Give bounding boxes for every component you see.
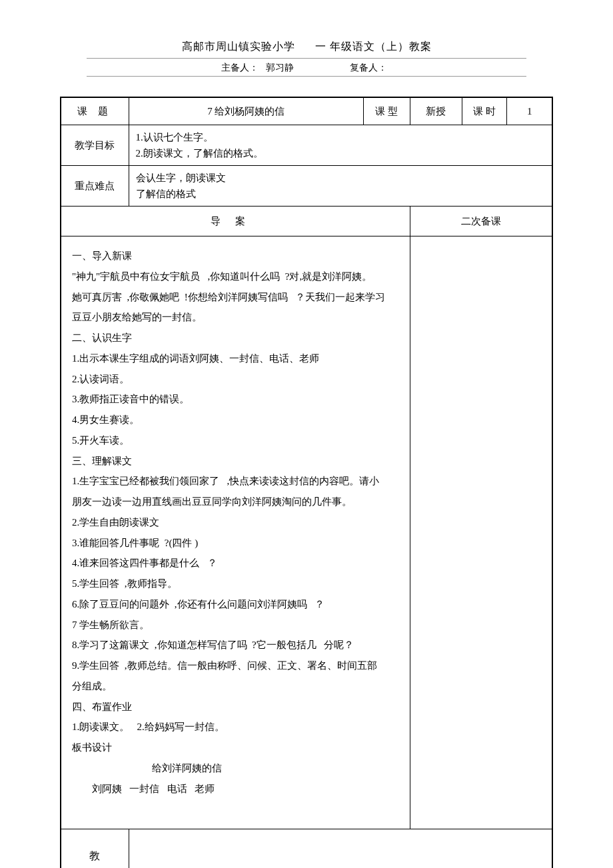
reflection-label: 教 后 记 — [61, 829, 129, 869]
daoan-row: 导案 二次备课 — [61, 207, 552, 236]
title-label: 课 题 — [61, 98, 129, 125]
school-name: 高邮市周山镇实验小学 — [182, 41, 295, 52]
goal-line2: 2.朗读课文，了解信的格式。 — [136, 145, 546, 161]
body-line: 8.学习了这篇课文 ,你知道怎样写信了吗 ?它一般包括几 分呢？ — [72, 635, 399, 655]
body-line: 她可真厉害 ,你敬佩她吧 !你想给刘洋阿姨写信吗 ？天我们一起来学习 — [72, 287, 399, 308]
reflection-content — [129, 829, 552, 869]
divider — [87, 58, 526, 59]
body-line: 二、认识生字 — [72, 328, 399, 348]
body-line: 9.学生回答 ,教师总结。信一般由称呼、问候、正文、署名、时间五部 — [72, 655, 399, 676]
goal-content: 1.认识七个生字。 2.朗读课文，了解信的格式。 — [129, 125, 552, 166]
body-line: 四、布置作业 — [72, 697, 399, 717]
reflection-row: 教 后 记 — [61, 829, 552, 869]
keypoint-line2: 了解信的格式 — [136, 186, 546, 202]
copreparer-label: 复备人： — [350, 63, 387, 73]
body-line: 3.教师指正读音中的错误。 — [72, 389, 399, 410]
lesson-plan-table: 课 题 7 给刘杨阿姨的信 课 型 新授 课 时 1 教学目标 1.认识七个生字… — [60, 97, 553, 868]
period-label: 课 时 — [462, 98, 507, 125]
body-line: 1.生字宝宝已经都被我们领回家了 ,快点来读读这封信的内容吧。请小 — [72, 471, 399, 492]
keypoint-row: 重点难点 会认生字，朗读课文 了解信的格式 — [61, 166, 552, 207]
keypoint-content: 会认生字，朗读课文 了解信的格式 — [129, 166, 552, 207]
body-line: 5.开火车读。 — [72, 430, 399, 451]
body-line: 一、导入新课 — [72, 246, 399, 266]
board-words: 刘阿姨 一封信 电话 老师 — [72, 779, 399, 799]
preparer-name: 郭习静 — [266, 63, 294, 73]
body-line: 豆豆小朋友给她写的一封信。 — [72, 307, 399, 328]
course-name: 一 年级语文（上）教案 — [315, 41, 432, 52]
goal-line1: 1.认识七个生字。 — [136, 129, 546, 145]
body-line: 2.学生自由朗读课文 — [72, 512, 399, 533]
keypoint-label: 重点难点 — [61, 166, 129, 207]
doc-header: 高邮市周山镇实验小学 一 年级语文（上）教案 — [60, 40, 553, 54]
body-line: 2.认读词语。 — [72, 369, 399, 390]
period-value: 1 — [507, 98, 552, 125]
reflection-char1: 教 — [68, 847, 122, 866]
divider — [87, 76, 526, 77]
title-row: 课 题 7 给刘杨阿姨的信 课 型 新授 课 时 1 — [61, 98, 552, 125]
lesson-body: 一、导入新课 "神九"宇航员中有位女宇航员 ,你知道叫什么吗 ?对,就是刘洋阿姨… — [61, 236, 410, 829]
preparer-label: 主备人： — [221, 63, 259, 73]
goal-label: 教学目标 — [61, 125, 129, 166]
body-line: 三、理解课文 — [72, 451, 399, 472]
board-title: 给刘洋阿姨的信 — [72, 758, 399, 779]
type-value: 新授 — [410, 98, 462, 125]
body-line: 1.朗读课文。 2.给妈妈写一封信。 — [72, 717, 399, 737]
erci-label: 二次备课 — [410, 207, 552, 236]
body-line: 4.男女生赛读。 — [72, 410, 399, 430]
type-label: 课 型 — [364, 98, 410, 125]
goal-row: 教学目标 1.认识七个生字。 2.朗读课文，了解信的格式。 — [61, 125, 552, 166]
body-line: 1.出示本课生字组成的词语刘阿姨、一封信、电话、老师 — [72, 348, 399, 369]
keypoint-line1: 会认生字，朗读课文 — [136, 170, 546, 186]
body-line: 朋友一边读一边用直线画出豆豆同学向刘洋阿姨淘问的几件事。 — [72, 492, 399, 512]
body-row: 一、导入新课 "神九"宇航员中有位女宇航员 ,你知道叫什么吗 ?对,就是刘洋阿姨… — [61, 236, 552, 829]
erci-content — [410, 236, 552, 829]
body-line: "神九"宇航员中有位女宇航员 ,你知道叫什么吗 ?对,就是刘洋阿姨。 — [72, 266, 399, 287]
body-line: 5.学生回答 ,教师指导。 — [72, 574, 399, 594]
body-line: 分组成。 — [72, 676, 399, 697]
body-line: 4.谁来回答这四件事都是什么 ？ — [72, 553, 399, 574]
body-line: 6.除了豆豆问的问题外 ,你还有什么问题问刘洋阿姨吗 ？ — [72, 594, 399, 615]
authors-line: 主备人： 郭习静 复备人： — [60, 62, 553, 74]
body-line: 板书设计 — [72, 737, 399, 758]
body-line: 7 学生畅所欲言。 — [72, 615, 399, 636]
daoan-label: 导案 — [61, 207, 410, 236]
body-line: 3.谁能回答几件事呢 ?(四件 ) — [72, 533, 399, 554]
lesson-title: 7 给刘杨阿姨的信 — [129, 98, 364, 125]
